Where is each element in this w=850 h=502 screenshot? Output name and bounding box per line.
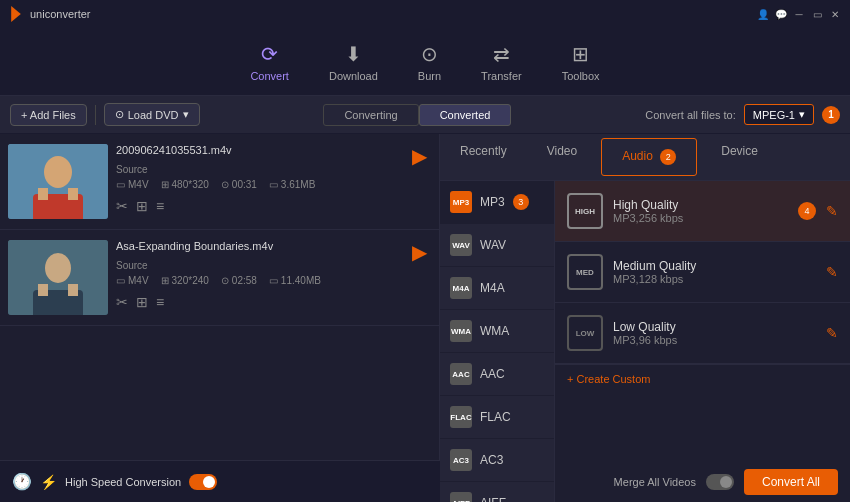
format-mp3[interactable]: MP3 MP3 3 [440,181,554,224]
file-1-info: 200906241035531.m4v Source ▭ M4V ⊞ 480*3… [116,144,400,214]
convert-icon: ⟳ [261,42,278,66]
file-2-edit-icon[interactable]: ⊞ [136,294,148,310]
maximize-icon[interactable]: ▭ [810,7,824,21]
speed-label: High Speed Conversion [65,476,181,488]
file-1-settings-icon[interactable]: ≡ [156,198,164,214]
load-dvd-chevron: ▾ [183,108,189,121]
res-icon: ⊞ [161,179,169,190]
format-wma[interactable]: WMA WMA [440,310,554,353]
quality-medium[interactable]: MED Medium Quality MP3,128 kbps ✎ [555,242,850,303]
format-flac[interactable]: FLAC FLAC [440,396,554,439]
wma-label: WMA [480,324,509,338]
file-thumb-1 [8,144,108,219]
convert-all-button[interactable]: Convert All [744,469,838,495]
format-ac3[interactable]: AC3 AC3 [440,439,554,482]
svg-point-6 [45,253,71,283]
top-nav: ⟳ Convert ⬇ Download ⊙ Burn ⇄ Transfer ⊞… [0,28,850,96]
tab-recently[interactable]: Recently [440,134,527,180]
wma-icon: WMA [450,320,472,342]
file-2-duration: ⊙ 02:58 [221,275,257,286]
format-tabs: Recently Video Audio 2 Device [440,134,850,181]
clock-icon: 🕐 [12,472,32,491]
svg-rect-9 [68,284,78,296]
audio-badge: 2 [660,149,676,165]
create-custom-label: + Create Custom [567,373,650,385]
format-aac[interactable]: AAC AAC [440,353,554,396]
format-body: MP3 MP3 3 WAV WAV M4A M4A WMA WMA [440,181,850,502]
file-list: 200906241035531.m4v Source ▭ M4V ⊞ 480*3… [0,134,440,460]
speed-toggle[interactable] [189,474,217,490]
load-dvd-button[interactable]: ⊙ Load DVD ▾ [104,103,200,126]
ac3-icon: AC3 [450,449,472,471]
low-quality-edit-icon[interactable]: ✎ [826,325,838,341]
quality-low[interactable]: LOW Low Quality MP3,96 kbps ✎ [555,303,850,364]
nav-burn[interactable]: ⊙ Burn [418,42,441,82]
chat-icon[interactable]: 💬 [774,7,788,21]
nav-download-label: Download [329,70,378,82]
m4a-icon: M4A [450,277,472,299]
tab-video[interactable]: Video [527,134,597,180]
file-2-resolution: ⊞ 320*240 [161,275,209,286]
mp3-icon: MP3 [450,191,472,213]
format-chevron: ▾ [799,108,805,121]
merge-toggle[interactable] [706,474,734,490]
format-m4a[interactable]: M4A M4A [440,267,554,310]
recently-label: Recently [460,144,507,158]
flac-icon: FLAC [450,406,472,428]
size-icon: ▭ [269,179,278,190]
converting-tab[interactable]: Converting [323,104,418,126]
svg-rect-8 [38,284,48,296]
source-label: Source [116,164,148,175]
mp3-badge: 3 [513,194,529,210]
format-wav[interactable]: WAV WAV [440,224,554,267]
converted-tab[interactable]: Converted [419,104,512,126]
file-1-duration: ⊙ 00:31 [221,179,257,190]
format-aiff[interactable]: AIFF AIFF [440,482,554,502]
converting-tabs: Converting Converted [323,104,511,126]
main-area: 200906241035531.m4v Source ▭ M4V ⊞ 480*3… [0,134,850,460]
file-2-meta: Source [116,260,400,271]
close-icon[interactable]: ✕ [828,7,842,21]
create-custom-btn[interactable]: + Create Custom [555,364,850,393]
high-quality-info: High Quality MP3,256 kbps [613,198,788,224]
load-dvd-label: Load DVD [128,109,179,121]
med-quality-edit-icon[interactable]: ✎ [826,264,838,280]
file-2-settings-icon[interactable]: ≡ [156,294,164,310]
high-quality-edit-icon[interactable]: ✎ [826,203,838,219]
high-quality-icon: HIGH [567,193,603,229]
aiff-label: AIFF [480,496,506,502]
minimize-icon[interactable]: ─ [792,7,806,21]
format-badge: 1 [822,106,840,124]
file-2-cut-icon[interactable]: ✂ [116,294,128,310]
nav-convert[interactable]: ⟳ Convert [250,42,289,82]
nav-download[interactable]: ⬇ Download [329,42,378,82]
user-icon[interactable]: 👤 [756,7,770,21]
quality-high[interactable]: HIGH High Quality MP3,256 kbps 4 ✎ [555,181,850,242]
app-logo [8,6,24,22]
nav-toolbox[interactable]: ⊞ Toolbox [562,42,600,82]
toolbar-separator [95,105,96,125]
quality-list: HIGH High Quality MP3,256 kbps 4 ✎ MED M… [555,181,850,502]
title-bar: uniconverter 👤 💬 ─ ▭ ✕ [0,0,850,28]
download-icon: ⬇ [345,42,362,66]
audio-label: Audio [622,149,653,163]
tab-audio[interactable]: Audio 2 [601,138,697,176]
tab-device[interactable]: Device [701,134,778,180]
file-thumb-2 [8,240,108,315]
aac-icon: AAC [450,363,472,385]
low-quality-icon: LOW [567,315,603,351]
toolbar: + Add Files ⊙ Load DVD ▾ Converting Conv… [0,96,850,134]
med-quality-icon: MED [567,254,603,290]
file-1-edit-icon[interactable]: ⊞ [136,198,148,214]
video-label: Video [547,144,577,158]
med-quality-info: Medium Quality MP3,128 kbps [613,259,816,285]
nav-transfer[interactable]: ⇄ Transfer [481,42,522,82]
add-files-button[interactable]: + Add Files [10,104,87,126]
burn-icon: ⊙ [421,42,438,66]
file-1-cut-icon[interactable]: ✂ [116,198,128,214]
format-dropdown[interactable]: MPEG-1 ▾ [744,104,814,125]
file-1-format: ▭ M4V [116,179,149,190]
format-list: MP3 MP3 3 WAV WAV M4A M4A WMA WMA [440,181,555,502]
med-quality-name: Medium Quality [613,259,816,273]
nav-toolbox-label: Toolbox [562,70,600,82]
